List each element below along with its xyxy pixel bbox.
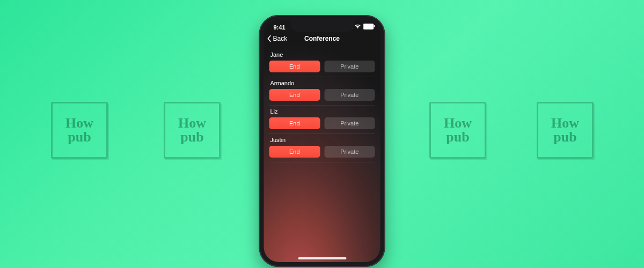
stage: How pub How pub How pub How pub 9:41 (0, 0, 644, 268)
participant-name: Liz (270, 108, 375, 115)
phone-frame: 9:41 Back Conference Jane (259, 15, 385, 267)
home-indicator[interactable] (298, 257, 346, 259)
end-button[interactable]: End (269, 117, 320, 129)
participant-row: Jane End Private (269, 49, 375, 77)
phone-screen: 9:41 Back Conference Jane (264, 20, 380, 262)
status-time: 9:41 (274, 24, 286, 31)
watermark-logo: How pub (164, 102, 221, 159)
notch (290, 20, 354, 32)
private-button[interactable]: Private (324, 61, 375, 72)
watermark-logo: How pub (51, 102, 108, 159)
battery-icon (363, 24, 374, 29)
watermark-logo: How pub (537, 102, 594, 159)
participant-name: Jane (270, 51, 375, 58)
participant-name: Justin (270, 137, 375, 143)
participant-row: Liz End Private (269, 106, 375, 134)
end-button[interactable]: End (269, 89, 320, 101)
end-button[interactable]: End (269, 146, 320, 158)
page-title: Conference (264, 35, 380, 42)
private-button[interactable]: Private (324, 89, 375, 101)
private-button[interactable]: Private (324, 146, 375, 158)
wifi-icon (355, 24, 361, 29)
participant-name: Armando (270, 80, 375, 86)
end-button[interactable]: End (269, 61, 320, 72)
watermark-logo: How pub (429, 102, 486, 159)
nav-bar: Back Conference (264, 34, 380, 47)
participant-row: Armando End Private (269, 77, 375, 106)
private-button[interactable]: Private (324, 117, 375, 129)
participant-row: Justin End Private (269, 134, 375, 162)
participant-list: Jane End Private Armando End Private Liz (264, 47, 380, 162)
